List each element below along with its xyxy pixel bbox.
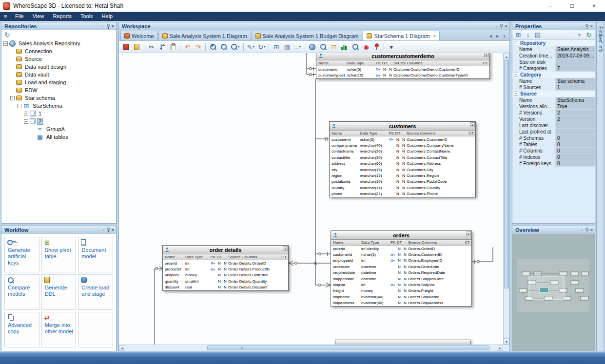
collapse-icon[interactable]: − [514,92,518,96]
menu-help[interactable]: Help [98,12,117,21]
tab-starschema-1-diagram[interactable]: StarSchema 1 Diagram× [363,31,440,40]
copy-button[interactable] [157,42,167,52]
horizontal-scroll-track[interactable] [125,345,497,351]
tree-item-star-schema[interactable]: −Star schema [1,94,116,102]
column-row-shipaddress[interactable]: shipaddressnvarchar(60)NNOrders.ShipAddr… [331,300,471,306]
canvas-horizontal-scrollbar[interactable]: ◄ ► [119,345,509,351]
column-row-shipvia[interactable]: shipviaintNNOrders.ShipVia [331,282,471,287]
pin-icon[interactable] [500,24,503,27]
entity-customers[interactable]: customers▲NameData TypePKDTSource Column… [329,121,476,197]
column-row-requireddate[interactable]: requireddatedatetimeNNOrders.RequiredDat… [331,270,471,276]
float-icon[interactable]: ▫ [496,24,498,29]
property-value[interactable]: Sales Analysis ... [555,46,595,53]
redo-button[interactable]: ↷ [193,42,203,52]
collapse-icon[interactable]: − [24,119,28,124]
entity-customercustomerdemo[interactable]: customercustomerdemo▲NameData TypePKDTSo… [316,53,490,79]
find-button[interactable] [318,42,328,52]
entity-scroll-up-icon[interactable]: ▲ [283,246,288,251]
entity-partial[interactable] [335,340,470,345]
close-icon[interactable]: × [112,228,114,232]
workflow-generate-ddl-button[interactable]: Generate DDL [41,274,77,310]
close-icon[interactable]: × [590,228,593,232]
column-row-customertypeid[interactable]: customertypeidnchar(10)NNCustomerCustome… [316,72,489,78]
tree-item-data-vault[interactable]: Data vault [1,71,116,78]
tree-item-connection[interactable]: Connection [1,47,116,55]
category-view-button[interactable]: ▤ [533,31,542,39]
hamburger-icon[interactable]: ≡ [0,13,11,20]
column-row-phone[interactable]: phonenvarchar(24)NNCustomers.Phone [330,191,475,197]
menu-file[interactable]: File [11,12,28,21]
tree-item-2[interactable]: −2 [1,117,116,125]
table-display-button[interactable]: ⊞ [271,42,281,52]
menu-reports[interactable]: Reports [48,12,76,21]
collapse-icon[interactable]: − [10,96,15,100]
horizontal-scroll-thumb[interactable] [207,345,489,350]
close-button[interactable]: × [583,0,605,12]
workflow-show-pivot-table-button[interactable]: ⊞Show pivot table [41,237,77,272]
workflow-merge-into-other-model-button[interactable]: ⇄Merge into other model [41,312,77,347]
column-row-country[interactable]: countrynvarchar(15)NNCustomers.Country [330,185,475,191]
export-diagram-button[interactable]: ⊡ [329,42,339,52]
vertical-scroll-track[interactable] [504,59,509,338]
minimize-button[interactable]: – [539,0,561,12]
refresh-repositories-button[interactable]: ↻ [1,31,116,39]
sync-properties-button[interactable]: ↻ [585,31,593,39]
tree-item-source[interactable]: Source [1,55,116,63]
expand-icon[interactable]: + [24,112,28,116]
scroll-up-button[interactable]: ▲ [504,53,509,59]
undo-button[interactable]: ↶ [182,42,193,52]
column-display-button[interactable]: ▦ [282,42,292,52]
diagram-canvas[interactable]: customercustomerdemo▲NameData TypePKDTSo… [119,53,503,345]
column-row-discount[interactable]: discountrealNNOrder Details.Discount [163,285,288,290]
close-icon[interactable]: × [505,24,507,29]
tab-scroll-right-button[interactable]: ► [494,34,501,38]
tab-sale-analysis-system-1-diagram[interactable]: Sale Analysis System 1 Diagram [158,31,251,40]
entity-scroll-up-icon[interactable]: ▲ [466,231,471,236]
column-row-freight[interactable]: freightmoneyNNOrders.Freight [331,288,471,294]
auto-layout-button[interactable]: ↻▾ [256,42,267,52]
collapse-icon[interactable]: − [17,104,21,108]
overview-minimap[interactable] [512,234,594,350]
property-value[interactable]: 0 [555,160,595,167]
maximize-button[interactable]: □ [561,0,583,12]
canvas-vertical-scrollbar[interactable]: ▲ ▼ [503,53,509,345]
tree-item-all-tables[interactable]: All tables [1,133,116,141]
tab-sale-analysis-system-1-budget-diagram[interactable]: Sale Analysis System 1 Budget Diagram [252,31,363,40]
workflow-advanced-copy-button[interactable]: Advanced copy [4,312,39,347]
menu-tools[interactable]: Tools [76,12,98,21]
properties-section-category[interactable]: −Category [512,72,595,78]
vertical-scroll-thumb[interactable] [504,60,509,288]
column-row-orderid[interactable]: orderidintNNOrder Details.OrderID [163,260,288,266]
export-image-button[interactable] [132,42,142,52]
world-button[interactable] [307,42,317,52]
column-row-orderdate[interactable]: orderdatedatetimeNNOrders.OrderDate [331,264,471,269]
column-row-shippeddate[interactable]: shippeddatedatetimeNNOrders.ShippedDate [331,276,471,282]
column-row-region[interactable]: regionnvarchar(15)NNCustomers.Region [330,172,475,178]
column-row-customerid[interactable]: customeridnchar(5)NNOrders.CustomerID [331,251,471,257]
tree-item-starschema[interactable]: −StarSchema [1,102,116,110]
column-row-unitprice[interactable]: unitpricemoneyNNOrder Details.UnitPrice [163,272,288,278]
tab-list-dropdown-icon[interactable]: ▾ [501,34,507,38]
entity-order-details[interactable]: order details▲NameData TypePKDTSource Co… [162,245,289,291]
property-value[interactable]: 0 [555,148,595,154]
column-row-productid[interactable]: productidintNNOrder Details.ProductID [163,266,288,272]
property-value[interactable]: 1 [555,84,595,91]
property-value[interactable]: 0 [555,135,595,141]
align-button[interactable]: ≡▾ [293,42,303,52]
scroll-right-button[interactable]: ► [497,345,503,351]
column-row-orderid[interactable]: orderidint identityNNOrders.OrderID [331,246,471,251]
collapse-icon[interactable]: − [514,41,518,45]
property-value[interactable] [555,129,595,135]
property-value[interactable]: 2019-07-09 09:... [555,53,595,59]
property-value[interactable]: 7 [555,65,595,72]
tree-item-groupa[interactable]: GroupA [1,125,116,133]
add-entity-button[interactable]: + [575,31,584,39]
zoom-region-button[interactable] [350,42,360,52]
column-row-employeeid[interactable]: employeeidintNNOrders.EmployeeID [331,258,471,264]
collapse-icon[interactable]: − [3,41,8,46]
column-row-postalcode[interactable]: postalcodenvarchar(10)NNCustomers.Postal… [330,179,475,185]
cut-button[interactable]: ✂ [146,42,156,52]
tree-item-load-and-staging[interactable]: Load and staging [1,78,116,86]
float-icon[interactable]: ▫ [103,228,104,232]
entity-scroll-up-icon[interactable]: ▲ [470,122,475,127]
